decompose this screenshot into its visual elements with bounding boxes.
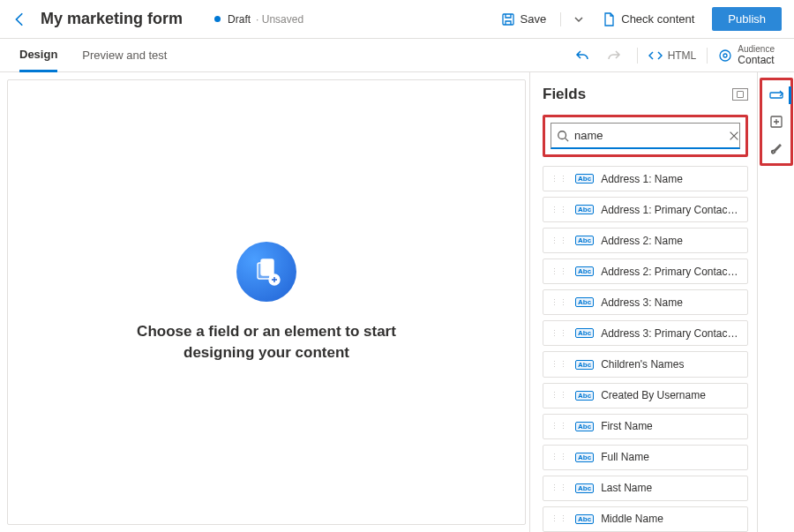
drag-handle-icon: ⋮⋮ (551, 483, 568, 492)
html-toggle[interactable]: HTML (648, 49, 697, 63)
drag-handle-icon: ⋮⋮ (551, 360, 568, 369)
drag-handle-icon: ⋮⋮ (551, 175, 568, 184)
check-content-button[interactable]: Check content (595, 8, 701, 31)
separator-icon (560, 12, 561, 26)
field-item[interactable]: ⋮⋮AbcMiddle Name (543, 506, 748, 532)
form-field-icon (769, 88, 783, 102)
panel-header: Fields (543, 81, 748, 108)
audience-value: Contact (738, 54, 775, 66)
text-field-icon: Abc (575, 297, 594, 307)
target-icon (718, 49, 732, 63)
code-icon (648, 49, 663, 63)
html-label: HTML (668, 49, 697, 62)
field-label: Middle Name (601, 513, 663, 525)
drag-handle-icon: ⋮⋮ (551, 453, 568, 461)
undo-icon (575, 49, 589, 63)
svg-rect-0 (503, 14, 513, 25)
plus-square-icon (769, 115, 783, 129)
field-item[interactable]: ⋮⋮AbcFull Name (543, 445, 748, 470)
publish-button[interactable]: Publish (712, 7, 782, 31)
field-list: ⋮⋮AbcAddress 1: Name⋮⋮AbcAddress 1: Prim… (543, 166, 748, 532)
rail-fields-button[interactable] (764, 83, 789, 108)
empty-state-text: Choose a field or an element to start de… (125, 321, 408, 363)
tab-tools: HTML Audience Contact (570, 43, 775, 68)
field-label: Last Name (601, 482, 652, 494)
tab-preview[interactable]: Preview and test (82, 40, 167, 71)
drag-handle-icon: ⋮⋮ (551, 206, 568, 214)
save-menu-button[interactable] (568, 8, 589, 31)
divider-icon (637, 48, 638, 64)
text-field-icon: Abc (575, 514, 594, 524)
svg-point-9 (771, 151, 774, 154)
field-label: Address 2: Name (601, 235, 683, 247)
text-field-icon: Abc (575, 391, 594, 401)
field-item[interactable]: ⋮⋮AbcAddress 2: Name (543, 228, 748, 253)
drag-handle-icon: ⋮⋮ (551, 329, 568, 338)
panel-title: Fields (543, 86, 586, 103)
back-icon[interactable] (12, 11, 28, 27)
status-label: Draft (228, 13, 251, 26)
status-chip: Draft · Unsaved (214, 13, 303, 26)
workspace: Choose a field or an element to start de… (0, 72, 794, 532)
field-item[interactable]: ⋮⋮AbcAddress 3: Name (543, 289, 748, 315)
search-input[interactable] (569, 129, 728, 142)
audience-chip[interactable]: Audience Contact (718, 44, 775, 66)
title-bar: My marketing form Draft · Unsaved Save C… (0, 0, 794, 39)
header-actions: Save Check content Publish (494, 7, 782, 31)
field-label: Created By Username (601, 389, 706, 401)
field-item[interactable]: ⋮⋮AbcAddress 2: Primary Contact Name (543, 259, 748, 284)
tab-design[interactable]: Design (19, 39, 57, 72)
svg-rect-4 (261, 259, 273, 275)
text-field-icon: Abc (575, 453, 594, 462)
text-field-icon: Abc (575, 483, 594, 493)
drag-handle-icon: ⋮⋮ (551, 391, 568, 400)
status-dot-icon (214, 16, 221, 22)
field-label: Address 2: Primary Contact Name (601, 266, 740, 278)
text-field-icon: Abc (575, 266, 594, 276)
panel-layout-icon[interactable] (732, 88, 748, 101)
document-icon (602, 12, 616, 26)
field-item[interactable]: ⋮⋮AbcChildren's Names (543, 351, 748, 377)
field-item[interactable]: ⋮⋮AbcAddress 3: Primary Contact Name (543, 320, 748, 346)
save-icon (501, 12, 515, 26)
search-highlight (543, 115, 748, 157)
save-button[interactable]: Save (494, 8, 554, 31)
svg-point-2 (723, 54, 727, 57)
svg-point-6 (558, 131, 566, 139)
field-label: Children's Names (601, 358, 684, 371)
field-item[interactable]: ⋮⋮AbcLast Name (543, 476, 748, 501)
undo-button[interactable] (570, 43, 595, 68)
page-title: My marketing form (41, 10, 183, 28)
canvas-area: Choose a field or an element to start de… (0, 72, 529, 532)
rail-settings-button[interactable] (764, 136, 789, 161)
field-item[interactable]: ⋮⋮AbcCreated By Username (543, 383, 748, 408)
fields-panel: Fields ⋮⋮AbcAddress 1: Name⋮⋮AbcAddress … (529, 72, 757, 532)
text-field-icon: Abc (575, 422, 594, 431)
side-rail (757, 72, 794, 532)
audience-text: Audience Contact (738, 44, 775, 66)
rail-elements-button[interactable] (764, 109, 789, 134)
text-field-icon: Abc (575, 328, 594, 338)
redo-icon (607, 49, 621, 63)
field-label: Address 1: Name (601, 173, 683, 185)
drag-handle-icon: ⋮⋮ (551, 236, 568, 245)
design-canvas[interactable]: Choose a field or an element to start de… (7, 79, 526, 525)
field-item[interactable]: ⋮⋮AbcAddress 1: Name (543, 166, 748, 191)
text-field-icon: Abc (575, 174, 594, 184)
redo-button[interactable] (602, 43, 626, 68)
field-label: Full Name (601, 451, 649, 463)
clear-icon[interactable] (728, 130, 740, 142)
brush-icon (769, 141, 783, 155)
divider-icon (707, 48, 708, 64)
check-content-label: Check content (621, 12, 694, 26)
search-field[interactable] (551, 123, 740, 149)
svg-point-1 (720, 50, 730, 61)
empty-state-icon (236, 242, 296, 302)
field-item[interactable]: ⋮⋮AbcAddress 1: Primary Contact Name (543, 197, 748, 222)
field-label: Address 3: Name (601, 296, 683, 309)
chevron-down-icon (572, 12, 586, 26)
audience-label: Audience (738, 44, 775, 54)
field-item[interactable]: ⋮⋮AbcFirst Name (543, 414, 748, 439)
text-field-icon: Abc (575, 236, 594, 245)
status-substate: · Unsaved (256, 13, 303, 26)
